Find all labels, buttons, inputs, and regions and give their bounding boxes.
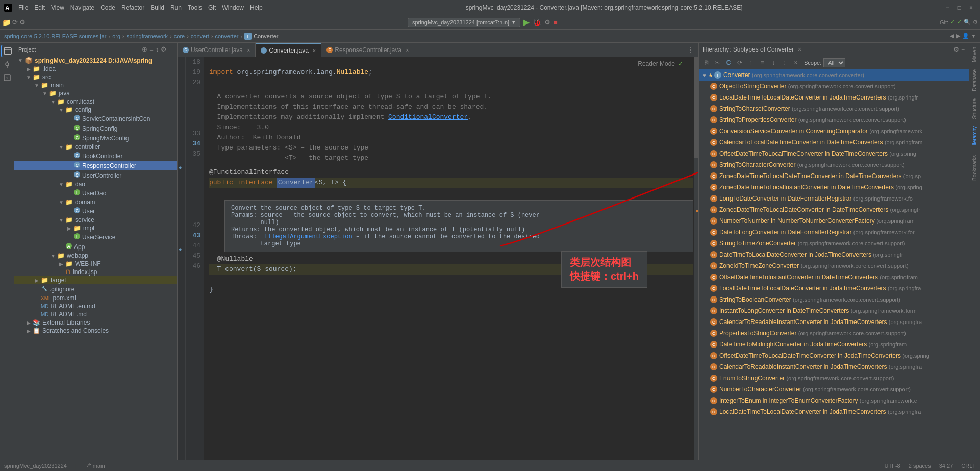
- tree-root[interactable]: ▼ 📦 springMvc_day20231224 D:\JAVA\spring: [14, 56, 177, 65]
- h-item-offsetdttoldt[interactable]: C OffsetDateTimeToLocalDateTimeConverter…: [699, 350, 969, 361]
- breadcrumb-convert[interactable]: convert: [191, 33, 209, 39]
- status-indent[interactable]: 2 spaces: [909, 463, 931, 469]
- h-item-dttomidnight[interactable]: C DateTimeToMidnightConverter in JodaTim…: [699, 339, 969, 350]
- settings2-icon[interactable]: ⚙: [973, 19, 978, 26]
- illegal-arg-link[interactable]: IllegalArgumentException: [264, 233, 353, 240]
- tree-item-usercontroller[interactable]: C UserController: [14, 170, 177, 180]
- h-item-zoneddttoldt[interactable]: C ZonedDateTimeToLocalDateTimeConverter …: [699, 170, 969, 182]
- h-item-zoneddttold[interactable]: C ZonedDateTimeToLocalDateConverter in D…: [699, 204, 969, 215]
- tree-item-springmvcconfig[interactable]: C SpringMvcConfig: [14, 133, 177, 143]
- tree-item-app[interactable]: A App: [14, 242, 177, 252]
- h-item-numtonum[interactable]: C NumberToNumber in NumberToNumberConver…: [699, 215, 969, 227]
- h-item-stoprops[interactable]: C StringToPropertiesConverter (org.sprin…: [699, 114, 969, 126]
- nav-profile-icon[interactable]: 👤: [962, 33, 969, 39]
- tree-item-comitcast[interactable]: ▼ 📁 com.itcast: [14, 97, 177, 106]
- h-item-caltoreadable2[interactable]: C CalendarToReadableInstantConverter in …: [699, 361, 969, 373]
- h-item-stringtocharset[interactable]: C StringToCharsetConverter (org.springfr…: [699, 103, 969, 114]
- tree-item-responsecontroller[interactable]: C ResponseController: [14, 161, 177, 170]
- h-item-offsetdt[interactable]: C OffsetDateTimeToLocalTimeConverter in …: [699, 148, 969, 159]
- project-settings-icon[interactable]: ⚙: [161, 45, 167, 53]
- right-activity-structure[interactable]: Structure: [971, 96, 978, 121]
- menu-window[interactable]: Window: [219, 3, 247, 12]
- h-item-zoneddttoli[interactable]: C ZonedDateTimeToLocalInstantConverter i…: [699, 182, 969, 193]
- right-activity-maven[interactable]: Maven: [971, 45, 978, 64]
- tree-item-readme[interactable]: MD README.md: [14, 310, 177, 318]
- tree-item-userdao[interactable]: I UserDao: [14, 188, 177, 198]
- right-activity-bookmarks[interactable]: Bookmarks: [971, 153, 978, 183]
- nav-forward-icon[interactable]: ▶: [956, 33, 960, 39]
- menu-navigate[interactable]: Navigate: [67, 3, 97, 12]
- tab-responsecontroller[interactable]: C ResponseController.java ×: [321, 43, 414, 57]
- status-encoding[interactable]: UTF-8: [885, 463, 900, 469]
- hierarchy-close[interactable]: ×: [798, 46, 801, 53]
- h-item-zoneidtotz[interactable]: C ZoneIdToTimeZoneConverter (org.springf…: [699, 260, 969, 271]
- h-item-stotimezone[interactable]: C StringToTimeZoneConverter (org.springf…: [699, 238, 969, 249]
- debug-button[interactable]: 🐞: [533, 18, 541, 27]
- h-tool-down[interactable]: ↓: [768, 58, 778, 68]
- locate-file-icon[interactable]: ⊕: [142, 45, 147, 53]
- tree-item-src[interactable]: ▼ 📁 src: [14, 73, 177, 81]
- h-item-inttoenum[interactable]: C IntegerToEnum in IntegerToEnumConverte…: [699, 395, 969, 406]
- tree-item-webapp[interactable]: ▼ 📁 webapp: [14, 252, 177, 260]
- tree-item-gitignore[interactable]: 🔧 .gitignore: [14, 284, 177, 294]
- menu-view[interactable]: View: [48, 3, 67, 12]
- tree-item-main[interactable]: ▼ 📁 main: [14, 81, 177, 89]
- menu-refactor[interactable]: Refactor: [118, 3, 147, 12]
- tree-item-impl[interactable]: ▶ 📁 impl: [14, 224, 177, 232]
- tab-converter[interactable]: I Converter.java ×: [256, 43, 321, 57]
- tab-usercontroller-close[interactable]: ×: [247, 47, 250, 53]
- right-activity-database[interactable]: Database: [971, 67, 978, 93]
- tree-item-readme-en[interactable]: MD README.en.md: [14, 302, 177, 310]
- tree-item-indexjsp[interactable]: 🗋 index.jsp: [14, 268, 177, 276]
- tab-usercontroller[interactable]: C UserController.java ×: [178, 43, 256, 57]
- hierarchy-settings-icon[interactable]: ⚙: [953, 46, 959, 53]
- h-item-propsto[interactable]: C PropertiesToStringConverter (org.sprin…: [699, 328, 969, 339]
- h-tool-align[interactable]: ≡: [757, 58, 767, 68]
- collapse-all-icon[interactable]: ≡: [149, 45, 154, 53]
- tree-item-domain[interactable]: ▼ 📁 domain: [14, 198, 177, 206]
- hierarchy-minimize-icon[interactable]: −: [961, 46, 965, 53]
- menu-run[interactable]: Run: [167, 3, 185, 12]
- breadcrumb-core[interactable]: core: [174, 33, 185, 39]
- h-tool-class[interactable]: C: [723, 58, 734, 68]
- h-item-stochar[interactable]: C StringToCharacterConverter (org.spring…: [699, 159, 969, 170]
- nav-back-icon[interactable]: ◀: [950, 33, 954, 39]
- hierarchy-scope-select[interactable]: All: [823, 58, 845, 67]
- h-item-longtodate[interactable]: C LongToDateConverter in DateFormatterRe…: [699, 193, 969, 204]
- h-tool-refresh[interactable]: ⟳: [735, 58, 745, 68]
- tree-item-webinf[interactable]: ▶ 📁 WEB-INF: [14, 260, 177, 268]
- open-project-icon[interactable]: 📁: [2, 18, 11, 27]
- h-item-localdatetimetolocaldatejoda[interactable]: C LocalDateTimeToLocalDateConverter in J…: [699, 92, 969, 103]
- tree-item-extlibs[interactable]: ▶ 📚 External Libraries: [14, 318, 177, 327]
- menu-file[interactable]: File: [15, 3, 31, 12]
- tree-item-idea[interactable]: ▶ 📁 .idea: [14, 65, 177, 73]
- menu-help[interactable]: Help: [247, 3, 266, 12]
- tree-item-user[interactable]: C User: [14, 206, 177, 216]
- breadcrumb-converter-pkg[interactable]: converter: [215, 33, 239, 39]
- h-tool-cut[interactable]: ✂: [712, 58, 722, 68]
- h-item-dttolocaldate[interactable]: C DateTimeToLocalDateConverter in JodaTi…: [699, 249, 969, 260]
- right-activity-hierarchy[interactable]: Hierarchy: [971, 124, 978, 150]
- nav-dropdown-icon[interactable]: ▼: [971, 34, 976, 39]
- conditional-converter-link[interactable]: ConditionalConverter: [388, 113, 468, 121]
- settings-icon[interactable]: ⚙: [19, 18, 26, 26]
- h-item-datetolong[interactable]: C DateToLongConverter in DateFormatterRe…: [699, 227, 969, 238]
- h-item-numtochar[interactable]: C NumberToCharacterConverter (org.spring…: [699, 384, 969, 395]
- breadcrumb-org[interactable]: org: [112, 33, 120, 39]
- menu-build[interactable]: Build: [147, 3, 167, 12]
- project-selector[interactable]: springMvc_day20231224 [tomcat7:run] ▼: [408, 18, 520, 27]
- h-item-ldttoldjoda2[interactable]: C LocalDateTimeToLocalDateConverter in J…: [699, 406, 969, 417]
- h-item-offsetdttoinst[interactable]: C OffsetDateTimeToInstantConverter in Da…: [699, 271, 969, 283]
- tree-item-dao[interactable]: ▼ 📁 dao: [14, 180, 177, 188]
- tree-item-pomxml[interactable]: XML pom.xml: [14, 294, 177, 302]
- activity-project-icon[interactable]: [1, 45, 13, 57]
- menu-edit[interactable]: Edit: [31, 3, 48, 12]
- stop-button[interactable]: ■: [554, 18, 558, 26]
- h-item-convservice[interactable]: C ConversionServiceConverter in Converti…: [699, 126, 969, 137]
- tree-item-springconfig[interactable]: C SpringConfig: [14, 123, 177, 133]
- breadcrumb-springframework[interactable]: springframework: [127, 33, 168, 39]
- menu-tools[interactable]: Tools: [185, 3, 205, 12]
- status-crlf[interactable]: CRLF: [961, 463, 976, 469]
- run-config-icon[interactable]: ⚙: [544, 18, 550, 26]
- maximize-button[interactable]: □: [954, 3, 964, 12]
